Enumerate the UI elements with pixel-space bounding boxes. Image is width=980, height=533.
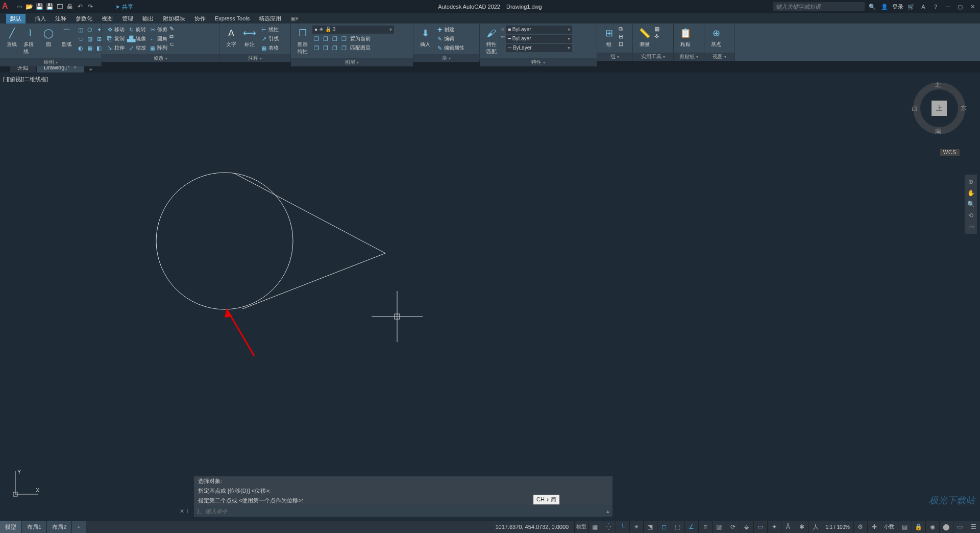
edit-attr-button[interactable]: ✎编辑属性 — [435, 44, 465, 52]
gizmo-icon[interactable]: ✦ — [767, 521, 780, 533]
insert-block-button[interactable]: ⬇插入 — [416, 26, 434, 49]
pan-icon[interactable]: ✋ — [966, 188, 976, 198]
layer-icon[interactable]: ❐ — [331, 44, 339, 52]
cart-icon[interactable]: 🛒 — [906, 2, 916, 11]
misc-draw-icon[interactable]: ◐ — [77, 44, 85, 52]
tab-view[interactable]: 视图 — [102, 15, 113, 22]
util-icon[interactable]: ▦ — [654, 26, 659, 32]
orbit-icon[interactable]: ⟲ — [966, 210, 976, 221]
quickprops-icon[interactable]: ▤ — [898, 521, 911, 533]
dimension-button[interactable]: ⟷标注 — [241, 26, 258, 49]
viewport-controls[interactable]: [-][俯视][二维线框] — [3, 76, 48, 83]
panel-label-group[interactable]: 组 — [597, 53, 632, 61]
panel-label-layer[interactable]: 图层 — [291, 58, 413, 66]
ortho-icon[interactable]: └ — [616, 521, 629, 533]
linetype-dropdown[interactable]: ─ ByLayer — [506, 44, 572, 52]
wcs-label[interactable]: WCS — [940, 149, 960, 156]
fullnav-icon[interactable]: ⊕ — [966, 177, 976, 187]
selection-icon[interactable]: ▭ — [753, 521, 767, 533]
share-button[interactable]: ➤ 共享 — [115, 3, 133, 11]
move-button[interactable]: ✥移动 — [105, 26, 126, 34]
drawing-viewport[interactable]: [-][俯视][二维线框] 北 南 东 西 上 WCS ⊕ ✋ 🔍 ⟲ ▭ — [0, 72, 980, 521]
transparency-icon[interactable]: ▨ — [712, 521, 725, 533]
saveas-icon[interactable]: 💾 — [45, 2, 54, 11]
edit-block-button[interactable]: ✎编辑 — [435, 35, 465, 43]
3dosnap-icon[interactable]: ⬚ — [671, 521, 684, 533]
leader-button[interactable]: ↗引线 — [259, 35, 280, 43]
autodesk-icon[interactable]: A — [919, 2, 928, 11]
util-icon[interactable]: ✜ — [654, 33, 659, 40]
viewcube-south[interactable]: 南 — [935, 127, 941, 136]
modelspace-button[interactable]: 模型 — [574, 521, 587, 533]
base-button[interactable]: ⊕基点 — [707, 26, 725, 49]
panel-label-draw[interactable]: 绘图 — [0, 58, 102, 66]
misc-draw-icon[interactable]: ◫ — [77, 26, 85, 34]
layer-dropdown[interactable]: ● ☀ 🔓 0 — [312, 26, 394, 34]
login-label[interactable]: 登录 — [892, 3, 903, 11]
group-button[interactable]: ⊞组 — [600, 26, 618, 49]
tab-overflow-icon[interactable]: ▣▾ — [290, 15, 299, 22]
osnap-icon[interactable]: ◻ — [657, 521, 670, 533]
panel-label-view[interactable]: 视图 — [704, 53, 734, 61]
units-icon[interactable]: ✚ — [867, 521, 880, 533]
layer-icon[interactable]: ❐ — [331, 35, 339, 43]
panel-label-clipboard[interactable]: 剪贴板 — [674, 53, 704, 61]
set-current-button[interactable]: 置为当前 — [349, 35, 372, 43]
misc-draw-icon[interactable]: ▨ — [86, 35, 94, 43]
help-icon[interactable]: ? — [931, 2, 940, 11]
layer-icon[interactable]: ❐ — [322, 35, 330, 43]
copy-button[interactable]: ⿻复制 — [105, 35, 126, 43]
add-layout-tab[interactable]: + — [72, 521, 86, 533]
layer-icon[interactable]: ❐ — [340, 44, 348, 52]
lock-icon[interactable]: 🔒 — [912, 521, 925, 533]
cmd-handle-icon[interactable]: ⁞ — [187, 508, 189, 515]
layer-icon[interactable]: ❐ — [312, 44, 321, 52]
match-props-button[interactable]: 🖌特性 匹配 — [483, 26, 500, 56]
arc-button[interactable]: ⌒圆弧 — [58, 26, 76, 49]
hardware-icon[interactable]: ⬤ — [939, 521, 952, 533]
scale-button[interactable]: ⤢缩放 — [127, 44, 147, 52]
trim-button[interactable]: ✂修剪 — [148, 26, 168, 34]
misc-modify-icon[interactable]: ⊂ — [169, 41, 174, 47]
rotate-button[interactable]: ↻旋转 — [127, 26, 147, 34]
misc-draw-icon[interactable]: ⬡ — [86, 26, 94, 34]
redo-icon[interactable]: ↷ — [86, 2, 95, 11]
layout1-tab[interactable]: 布局1 — [22, 521, 47, 533]
layer-icon[interactable]: ❐ — [340, 35, 348, 43]
annoauto-icon[interactable]: 人 — [808, 521, 822, 533]
isodraft-icon[interactable]: ⬔ — [643, 521, 656, 533]
viewcube-top[interactable]: 上 — [932, 101, 947, 116]
paste-button[interactable]: 📋粘贴 — [677, 26, 694, 49]
layer-props-button[interactable]: ❐图层 特性 — [294, 26, 311, 56]
misc-draw-icon[interactable]: ▦ — [86, 44, 94, 52]
save-icon[interactable]: 💾 — [35, 2, 44, 11]
viewcube-east[interactable]: 东 — [961, 104, 967, 113]
undo-icon[interactable]: ↶ — [76, 2, 85, 11]
open-icon[interactable]: 📂 — [24, 2, 34, 11]
measure-button[interactable]: 📏测量 — [636, 26, 653, 49]
command-input[interactable] — [205, 508, 603, 514]
tab-annotate[interactable]: 注释 — [55, 15, 66, 22]
viewcube[interactable]: 北 南 东 西 上 — [914, 83, 965, 134]
linear-button[interactable]: ⊢线性 — [259, 26, 280, 34]
close-icon[interactable]: ✕ — [968, 2, 977, 11]
tab-manage[interactable]: 管理 — [122, 15, 133, 22]
text-button[interactable]: A文字 — [223, 26, 240, 49]
scale-label[interactable]: 1:1 / 100% — [822, 524, 853, 530]
cycling-icon[interactable]: ⟳ — [726, 521, 739, 533]
tab-collaborate[interactable]: 协作 — [194, 15, 206, 22]
tab-insert[interactable]: 插入 — [35, 15, 46, 22]
isolate-icon[interactable]: ◉ — [925, 521, 939, 533]
app-logo[interactable]: A — [2, 2, 12, 12]
search-input[interactable]: 键入关键字或短语 — [773, 2, 865, 11]
model-tab[interactable]: 模型 — [0, 521, 22, 533]
stretch-button[interactable]: ⇲拉伸 — [105, 44, 126, 52]
line-button[interactable]: ╱直线 — [3, 26, 20, 49]
group-icon4[interactable]: ⊡ — [619, 41, 623, 47]
fillet-button[interactable]: ⌐圆角 — [148, 35, 168, 43]
new-icon[interactable]: ▭ — [14, 2, 23, 11]
panel-label-properties[interactable]: 特性 — [480, 58, 597, 66]
array-button[interactable]: ▦阵列 — [148, 44, 168, 52]
tab-default[interactable]: 默认 — [6, 14, 26, 23]
cmd-close-icon[interactable]: ✕ — [180, 508, 184, 515]
